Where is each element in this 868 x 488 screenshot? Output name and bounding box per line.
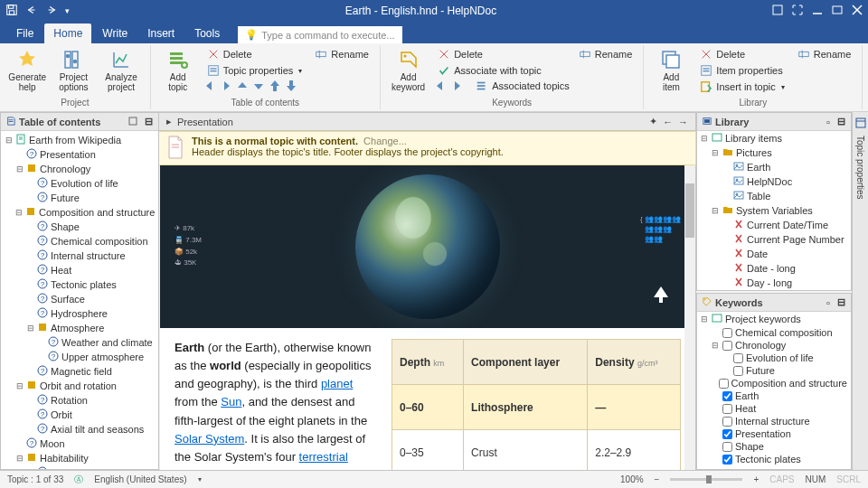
- library-item[interactable]: Current Date/Time: [697, 218, 851, 232]
- generate-help-button[interactable]: Generate help: [7, 47, 47, 94]
- status-lang[interactable]: English (United States): [94, 474, 186, 484]
- kw-delete-button[interactable]: Delete: [434, 47, 570, 61]
- lib-insert-button[interactable]: Insert in topic▾: [696, 80, 788, 94]
- analyze-project-button[interactable]: Analyze project: [99, 47, 142, 94]
- lib-unpin-icon[interactable]: ⊟: [837, 116, 845, 127]
- lib-delete-button[interactable]: Delete: [696, 47, 788, 61]
- kw-right-icon[interactable]: [450, 80, 463, 92]
- lib-rename-button[interactable]: Rename: [794, 47, 855, 61]
- library-item[interactable]: ⊟System Variables: [697, 203, 851, 218]
- toc-item[interactable]: ?Weather and climate: [1, 335, 158, 350]
- tell-me-box[interactable]: 💡 Type a command to execute...: [238, 26, 401, 43]
- library-item[interactable]: Current Page Number: [697, 232, 851, 247]
- breadcrumb-label[interactable]: Presentation: [177, 117, 233, 127]
- zoom-in-icon[interactable]: +: [753, 474, 759, 484]
- toc-item[interactable]: ?Biosphere: [1, 465, 158, 469]
- status-zoom[interactable]: 100%: [620, 474, 644, 484]
- tab-insert[interactable]: Insert: [138, 23, 184, 43]
- lib-pin-icon[interactable]: ▫: [826, 117, 830, 127]
- kw-associated-button[interactable]: Associated topics: [476, 80, 570, 92]
- side-tab-label[interactable]: Topic properties: [855, 130, 865, 205]
- topic-info-change[interactable]: Change...: [363, 136, 407, 146]
- minimize-icon[interactable]: [812, 5, 823, 17]
- toc-item[interactable]: ⊟Composition and structure: [1, 205, 158, 220]
- library-item[interactable]: Date: [697, 247, 851, 261]
- toc-item[interactable]: ?Heat: [1, 263, 158, 277]
- toc-item[interactable]: ?Hydrosphere: [1, 306, 158, 321]
- library-item[interactable]: ⊟Library items: [697, 131, 851, 145]
- add-topic-button[interactable]: Add topic: [158, 47, 198, 94]
- tab-file[interactable]: File: [7, 23, 42, 43]
- kw-unpin-icon[interactable]: ⊟: [837, 296, 845, 308]
- keyword-item[interactable]: Internal structure: [697, 415, 851, 427]
- toc-item[interactable]: ?Magnetic field: [1, 364, 158, 379]
- zoom-out-icon[interactable]: −: [655, 474, 660, 484]
- keyword-item[interactable]: Tectonic plates: [697, 453, 851, 465]
- link-sun[interactable]: Sun: [221, 395, 241, 408]
- tab-home[interactable]: Home: [44, 23, 91, 43]
- editor-scrollbar[interactable]: [684, 165, 695, 470]
- library-item[interactable]: Earth: [697, 160, 851, 174]
- keywords-root[interactable]: ⊟Project keywords: [697, 312, 851, 326]
- arrow-left-icon[interactable]: [203, 80, 216, 92]
- project-options-button[interactable]: Project options: [52, 47, 94, 94]
- toc-item[interactable]: ⊟Chronology: [1, 162, 158, 176]
- nav-back-icon[interactable]: ←: [663, 117, 673, 127]
- lib-properties-button[interactable]: Item properties: [696, 63, 788, 78]
- library-item[interactable]: Day - long: [697, 276, 851, 290]
- kw-associate-button[interactable]: Associate with topic: [434, 63, 570, 78]
- redo-icon[interactable]: [45, 4, 58, 18]
- library-item[interactable]: ⊟Pictures: [697, 145, 851, 160]
- kw-pin-icon[interactable]: ▫: [826, 297, 830, 308]
- library-item[interactable]: HelpNDoc: [697, 174, 851, 189]
- unpin-icon[interactable]: ⊟: [145, 116, 153, 127]
- toc-item[interactable]: ?Chemical composition: [1, 234, 158, 249]
- keyword-item[interactable]: Evolution of life: [697, 352, 851, 364]
- keyword-item[interactable]: Heat: [697, 402, 851, 415]
- undo-icon[interactable]: [25, 4, 38, 18]
- save-icon[interactable]: [5, 4, 18, 18]
- toc-item[interactable]: ⊟Habitability: [1, 451, 158, 465]
- keyword-item[interactable]: Composition and structure: [697, 377, 851, 389]
- toc-item[interactable]: ?Future: [1, 191, 158, 205]
- editor-content[interactable]: ✈ 87k🚆 7.3M📦 52k⛴ 35K { 👥👥👥👥 👥👥👥 👥👥 Eart…: [159, 165, 696, 470]
- arrow-down2-icon[interactable]: [285, 80, 297, 92]
- close-icon[interactable]: [852, 5, 863, 17]
- library-item[interactable]: Date - long: [697, 261, 851, 276]
- toc-delete-button[interactable]: Delete: [203, 47, 307, 61]
- arrow-down-icon[interactable]: [252, 80, 265, 92]
- toc-item[interactable]: ⊟Earth from Wikipedia: [1, 133, 158, 147]
- arrow-right-icon[interactable]: [220, 80, 232, 92]
- keyword-item[interactable]: Earth: [697, 389, 851, 402]
- kw-left-icon[interactable]: [434, 80, 447, 92]
- toc-item[interactable]: ?Moon: [1, 436, 158, 451]
- kw-rename-button[interactable]: Rename: [575, 47, 637, 61]
- fullscreen-icon[interactable]: [792, 5, 803, 17]
- toc-item[interactable]: ⊟Atmosphere: [1, 321, 158, 335]
- toc-rename-button[interactable]: Rename: [311, 47, 373, 61]
- toc-item[interactable]: ?Surface: [1, 292, 158, 306]
- toc-item[interactable]: ?Rotation: [1, 393, 158, 408]
- add-keyword-button[interactable]: Add keyword: [388, 47, 429, 94]
- tab-tools[interactable]: Tools: [185, 23, 229, 43]
- keyword-item[interactable]: ⊟Chronology: [697, 339, 851, 352]
- toc-item[interactable]: ?Axial tilt and seasons: [1, 422, 158, 436]
- pin-icon[interactable]: [128, 117, 137, 127]
- link-planet[interactable]: planet: [321, 377, 353, 390]
- arrow-up-icon[interactable]: [236, 80, 249, 92]
- window-icon-1[interactable]: [772, 5, 783, 17]
- link-solar-system[interactable]: Solar System: [175, 432, 244, 446]
- keyword-item[interactable]: Future: [697, 364, 851, 377]
- toc-item[interactable]: ?Internal structure: [1, 249, 158, 263]
- toc-item[interactable]: ?Orbit: [1, 408, 158, 422]
- add-item-button[interactable]: Add item: [651, 47, 691, 94]
- toc-item[interactable]: ⊟Orbit and rotation: [1, 379, 158, 393]
- breadcrumb-chevron-icon[interactable]: ▸: [166, 116, 172, 127]
- toc-properties-button[interactable]: Topic properties▾: [203, 63, 307, 78]
- maximize-icon[interactable]: [832, 5, 843, 17]
- tab-write[interactable]: Write: [93, 23, 137, 43]
- side-tab-icon[interactable]: [855, 117, 866, 130]
- breadcrumb-star-icon[interactable]: ✦: [649, 116, 657, 127]
- arrow-up2-icon[interactable]: [269, 80, 281, 92]
- library-item[interactable]: Table: [697, 189, 851, 203]
